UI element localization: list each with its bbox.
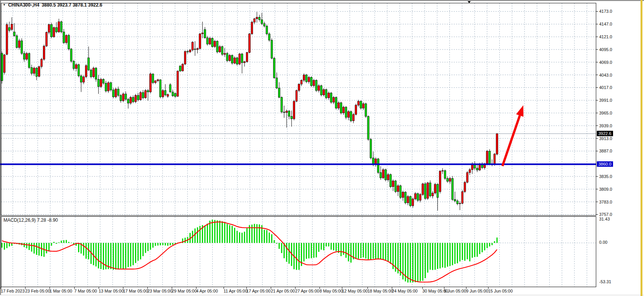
time-tick-label: 21 Apr 05:00 xyxy=(271,289,295,293)
time-tick-label: 17 Apr 05:00 xyxy=(246,289,270,293)
price-tick-label: 3991.0 xyxy=(599,98,612,103)
price-tick-label: 4069.0 xyxy=(599,60,612,65)
price-tick-label: 3887.0 xyxy=(599,149,612,153)
time-tick-label: 9 Jun 05:00 xyxy=(466,289,489,293)
support-line-price-tag: 3860.0 xyxy=(597,161,613,167)
time-tick-label: 23 Mar 05:00 xyxy=(147,289,173,293)
macd-max-label: 31.43 xyxy=(599,217,610,221)
price-tick-label: 4095.0 xyxy=(599,47,612,52)
chart-canvas[interactable] xyxy=(0,0,644,296)
macd-zero-label: 0.00 xyxy=(599,240,607,245)
time-tick-label: 15 Jun 05:00 xyxy=(488,289,513,293)
price-tick-label: 3939.0 xyxy=(599,123,612,128)
macd-min-label: -53.31 xyxy=(599,279,611,284)
time-tick-label: 4 Apr 05:00 xyxy=(196,289,218,293)
symbol-period-label: CHINA300-,H4 xyxy=(8,2,39,8)
price-tick-label: 4017.0 xyxy=(599,85,612,90)
time-tick-label: 11 Apr 05:00 xyxy=(224,289,248,293)
price-tick-label: 3809.0 xyxy=(599,187,612,192)
window-right-strip xyxy=(641,0,642,296)
ohlc-readout: 3880.5 3923.7 3878.1 3922.6 xyxy=(42,2,102,8)
time-tick-label: 27 Apr 05:00 xyxy=(295,289,319,293)
price-tick-label: 3965.0 xyxy=(599,111,612,115)
time-tick-label: 12 May 05:00 xyxy=(342,289,368,293)
chart-window: ▼ CHINA300-,H4 3880.5 3923.7 3878.1 3922… xyxy=(0,0,644,296)
price-tick-label: 4147.0 xyxy=(599,22,612,26)
price-tick-label: 3757.0 xyxy=(599,212,612,217)
time-tick-label: 23 Feb 05:00 xyxy=(25,289,50,293)
chart-title-bar: ▼ CHINA300-,H4 3880.5 3923.7 3878.1 3922… xyxy=(3,2,102,8)
time-tick-label: 13 Mar 05:00 xyxy=(99,289,124,293)
current-price-tag: 3922.6 xyxy=(597,131,613,136)
price-tick-label: 4173.0 xyxy=(599,9,612,14)
price-tick-label: 3783.0 xyxy=(599,200,612,204)
time-tick-label: 1 Mar 05:00 xyxy=(50,289,72,293)
time-tick-label: 18 May 05:00 xyxy=(367,289,393,293)
time-tick-label: 29 Mar 05:00 xyxy=(172,289,197,293)
time-tick-label: 8 May 05:00 xyxy=(319,289,343,293)
price-tick-label: 4121.0 xyxy=(599,34,612,39)
chart-background xyxy=(0,0,644,296)
time-tick-label: 17 Feb 2023 xyxy=(1,289,25,293)
macd-indicator-label: MACD(12,26,9) 7.28 -8.90 xyxy=(3,217,58,223)
time-tick-label: 7 Mar 05:00 xyxy=(74,289,97,293)
symbol-dropdown-icon: ▼ xyxy=(3,3,6,7)
time-tick-label: 17 Mar 05:00 xyxy=(123,289,148,293)
price-tick-label: 3835.0 xyxy=(599,174,612,179)
price-tick-label: 3913.0 xyxy=(599,136,612,141)
price-tick-label: 4043.0 xyxy=(599,73,612,77)
time-tick-label: 24 May 05:00 xyxy=(392,289,418,293)
time-tick-label: 5 Jun 05:00 xyxy=(444,289,466,293)
